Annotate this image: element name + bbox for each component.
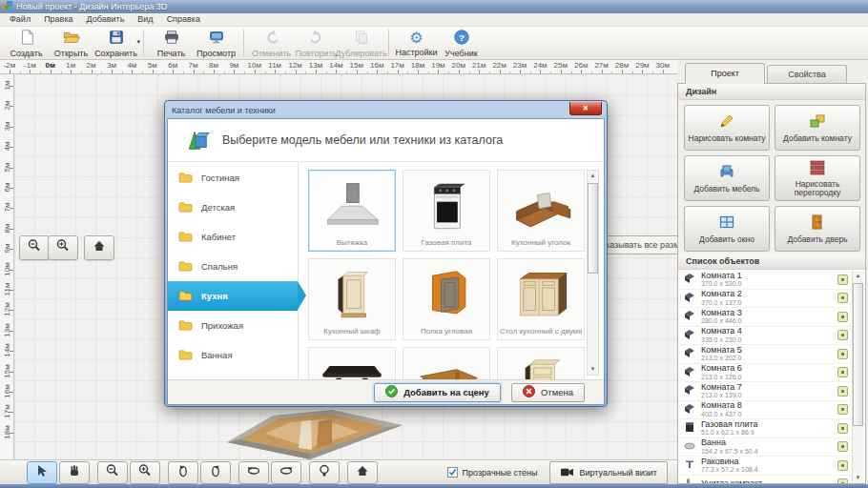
add-window-button[interactable]: Добавить окно xyxy=(684,206,770,252)
object-row-room-4[interactable]: Комната 4335.0 x 230.0 xyxy=(678,327,865,346)
category-bathroom[interactable]: Ванная xyxy=(168,340,298,370)
zoom-out-tool-button[interactable] xyxy=(97,461,128,484)
catalog-item-wooden-table[interactable] xyxy=(403,347,490,379)
orbit-left-tool-button[interactable] xyxy=(238,461,269,484)
menu-help[interactable]: Справка xyxy=(160,13,207,26)
select-tool-button[interactable] xyxy=(27,461,57,484)
catalog-item-cooker-hood[interactable]: Вытяжка xyxy=(308,170,396,252)
virtual-visit-button[interactable]: Виртуальный визит xyxy=(549,461,668,484)
canvas-zoom-in-button[interactable] xyxy=(48,235,78,260)
object-row-sink[interactable]: Раковина77.3 x 57.2 x 108.4 xyxy=(678,457,865,476)
catalog-item-corner-shelf[interactable]: Полка угловая xyxy=(403,258,490,340)
duplicate-pages-icon xyxy=(353,29,370,48)
category-kitchen[interactable]: Кухня xyxy=(168,281,298,311)
rotate-right-tool-button[interactable] xyxy=(200,461,231,484)
object-row-stove[interactable]: Газовая плита51.0 x 62.1 x 86.9 xyxy=(678,419,865,438)
settings-button[interactable]: ⚙ Настройки xyxy=(394,27,439,59)
add-door-button[interactable]: Добавить дверь xyxy=(775,206,860,252)
new-project-button[interactable]: Создать xyxy=(4,27,49,59)
object-row-room-8[interactable]: Комната 8402.0 x 437.0 xyxy=(678,401,865,420)
tab-project[interactable]: Проект xyxy=(685,63,765,84)
object-row-room-2[interactable]: Комната 2370.0 x 137.0 xyxy=(678,290,865,309)
visibility-indicator[interactable] xyxy=(837,330,848,340)
rotate-left-tool-button[interactable] xyxy=(168,461,198,484)
object-row-room-3[interactable]: Комната 3280.0 x 446.0 xyxy=(678,308,865,327)
ruler-tick xyxy=(10,168,13,169)
ruler-label: 27м xyxy=(593,61,610,70)
object-row-toilet[interactable]: Унитаз компакт xyxy=(678,476,865,484)
canvas-home-button[interactable] xyxy=(84,235,114,260)
save-project-button[interactable]: Сохранить ▾ xyxy=(93,27,138,59)
green-check-icon xyxy=(385,385,398,399)
print-button[interactable]: Печать xyxy=(149,27,194,59)
visibility-indicator[interactable] xyxy=(837,293,848,303)
light-tool-button[interactable] xyxy=(309,461,340,484)
category-misc[interactable]: Разное xyxy=(168,370,298,379)
open-project-button[interactable]: Открыть xyxy=(49,27,93,59)
tutorial-button[interactable]: ? Учебник xyxy=(439,27,484,59)
category-kids-room[interactable]: Детская xyxy=(168,193,298,222)
catalog-item-kitchen-cupboard[interactable]: Стол кухонный с двумя я... xyxy=(497,258,585,340)
pan-tool-button[interactable] xyxy=(59,461,90,484)
catalog-scrollbar[interactable]: ▲ ▼ xyxy=(587,170,599,376)
menu-view[interactable]: Вид xyxy=(131,13,159,26)
show-all-sizes-label[interactable]: казывать все размеры xyxy=(603,235,677,254)
catalog-item-gas-stove[interactable]: Газовая плита xyxy=(403,170,490,252)
scroll-down-arrow[interactable]: ▼ xyxy=(853,473,863,483)
visibility-indicator[interactable] xyxy=(837,386,848,396)
add-to-scene-button[interactable]: Добавить на сцену xyxy=(374,383,501,402)
catalog-item-label: Стол кухонный с двумя я... xyxy=(500,327,582,339)
category-hallway[interactable]: Прихожая xyxy=(168,311,298,340)
visibility-indicator[interactable] xyxy=(837,460,848,471)
add-furniture-button[interactable]: Добавить мебель xyxy=(684,155,770,201)
ruler-label: 1м xyxy=(62,61,79,70)
menu-edit[interactable]: Правка xyxy=(37,13,79,26)
add-to-scene-label: Добавить на сцену xyxy=(403,387,489,397)
orbit-right-tool-button[interactable] xyxy=(271,461,301,484)
menu-file[interactable]: Файл xyxy=(3,13,37,26)
preview-button[interactable]: Просмотр xyxy=(194,27,238,59)
visibility-indicator[interactable] xyxy=(837,367,848,377)
catalog-item-dark-table[interactable] xyxy=(308,347,396,379)
category-office[interactable]: Кабинет xyxy=(168,222,298,252)
category-living-room[interactable]: Гостиная xyxy=(168,163,298,193)
visibility-indicator[interactable] xyxy=(837,478,848,483)
zoom-out-icon xyxy=(27,238,42,257)
scroll-up-arrow[interactable]: ▲ xyxy=(588,171,598,181)
catalog-item-kitchen-cabinet[interactable]: Кухонный шкаф xyxy=(308,258,396,340)
cancel-button[interactable]: Отмена xyxy=(511,383,585,402)
catalog-item-kitchen-corner[interactable]: Кухонный уголок xyxy=(497,170,585,252)
object-row-room-7[interactable]: Комната 7213.0 x 139.0 xyxy=(678,382,865,401)
dialog-title-bar[interactable]: Каталог мебели и техники × xyxy=(167,103,605,118)
ruler-tick xyxy=(336,70,337,73)
visibility-indicator[interactable] xyxy=(837,404,848,415)
home-view-tool-button[interactable] xyxy=(347,461,378,484)
zoom-in-tool-button[interactable] xyxy=(130,461,160,484)
draw-partition-button[interactable]: Нарисовать перегородку xyxy=(775,155,860,201)
object-row-room-1[interactable]: Комната 1370.0 x 530.0 xyxy=(678,271,865,290)
add-room-button[interactable]: Добавить комнату xyxy=(775,105,860,151)
save-dropdown-arrow[interactable]: ▾ xyxy=(136,38,140,46)
visibility-indicator[interactable] xyxy=(837,312,848,322)
scroll-thumb[interactable] xyxy=(588,183,598,274)
object-row-room-6[interactable]: Комната 6213.0 x 126.0 xyxy=(678,364,865,383)
scroll-down-arrow[interactable]: ▼ xyxy=(588,364,598,375)
draw-room-button[interactable]: Нарисовать комнату xyxy=(684,105,770,151)
visibility-indicator[interactable] xyxy=(837,274,848,285)
object-row-bathtub[interactable]: Ванна154.2 x 67.5 x 50.4 xyxy=(678,438,865,458)
category-bedroom[interactable]: Спальня xyxy=(168,252,298,281)
catalog-item-drawer-cabinet[interactable] xyxy=(497,347,585,379)
canvas-zoom-out-button[interactable] xyxy=(19,235,50,260)
visibility-indicator[interactable] xyxy=(837,423,848,434)
object-row-room-5[interactable]: Комната 5213.0 x 202.0 xyxy=(678,345,865,364)
visibility-indicator[interactable] xyxy=(837,349,848,359)
scroll-up-arrow[interactable]: ▲ xyxy=(853,271,863,281)
ruler-tick xyxy=(10,433,13,434)
visibility-indicator[interactable] xyxy=(837,441,848,452)
transparent-walls-checkbox[interactable] xyxy=(447,467,458,478)
scroll-thumb[interactable] xyxy=(853,283,863,426)
tab-properties[interactable]: Свойства xyxy=(767,65,847,84)
object-list-scrollbar[interactable]: ▲ ▼ xyxy=(852,271,864,483)
menu-add[interactable]: Добавить xyxy=(80,13,132,26)
dialog-close-button[interactable]: × xyxy=(569,102,602,115)
